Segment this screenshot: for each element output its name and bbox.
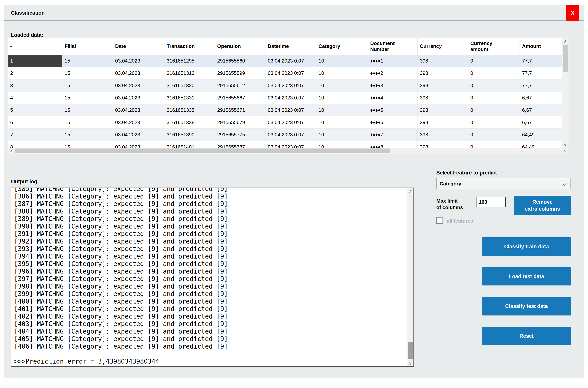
grid-cell[interactable]: 0 [468,67,520,79]
grid-cell[interactable]: 3161651331 [164,92,215,104]
column-header[interactable]: Amount [520,38,562,55]
grid-cell[interactable]: 0 [468,116,520,129]
load-test-data-button[interactable]: Load test data [482,267,571,286]
grid-cell[interactable]: 2915655679 [215,116,266,129]
grid-cell[interactable]: 03.04.2023 0:07 [266,129,316,141]
table-row[interactable]: 81503.04.20233161651401291565578703.04.2… [8,141,562,148]
grid-cell[interactable]: 03.04.2023 0:07 [266,67,316,79]
column-header[interactable]: Datetime [266,38,316,55]
column-header[interactable]: Category [316,38,368,55]
grid-cell[interactable]: 398 [417,55,468,67]
grid-cell[interactable]: ♦♦♦♦6 [368,116,417,129]
grid-cell[interactable]: 0 [468,129,520,141]
row-header-cell[interactable]: 2 [8,67,62,79]
grid-cell[interactable]: 77,7 [520,55,562,67]
grid-cell[interactable]: 15 [62,55,113,67]
grid-cell[interactable]: 2915655671 [215,104,266,116]
grid-cell[interactable]: 0 [468,79,520,92]
grid-cell[interactable]: 2915655775 [215,129,266,141]
grid-vertical-scrollbar[interactable]: ∧ ∨ [562,38,568,148]
table-row[interactable]: 21503.04.20233161651313291565559903.04.2… [8,67,562,79]
row-header-cell[interactable]: 5 [8,104,62,116]
grid-cell[interactable]: 6,67 [520,92,562,104]
grid-cell[interactable]: 10 [316,92,368,104]
grid-cell[interactable]: ♦♦♦♦3 [368,79,417,92]
grid-cell[interactable]: 03.04.2023 [113,67,164,79]
column-header[interactable]: Document Number [368,38,417,55]
grid-cell[interactable]: 10 [316,116,368,129]
grid-cell[interactable]: 03.04.2023 [113,141,164,148]
grid-cell[interactable]: 10 [316,67,368,79]
column-header[interactable]: Currency [417,38,468,55]
grid-cell[interactable]: 0 [468,104,520,116]
grid-cell[interactable]: 03.04.2023 0:07 [266,104,316,116]
output-log-box[interactable]: [385] MATCHNG [Category]: expected [9] a… [11,188,414,367]
feature-select-dropdown[interactable]: Category [436,178,571,189]
grid-cell[interactable]: 77,7 [520,79,562,92]
grid-scroll-right-icon[interactable]: > [562,148,568,154]
grid-cell[interactable]: 2915655612 [215,79,266,92]
grid-cell[interactable]: 03.04.2023 [113,116,164,129]
close-button[interactable]: X [566,5,579,21]
grid-cell[interactable]: 03.04.2023 0:07 [266,116,316,129]
grid-cell[interactable]: 398 [417,116,468,129]
reset-button[interactable]: Reset [482,327,571,345]
grid-cell[interactable]: ♦♦♦♦7 [368,129,417,141]
grid-cell[interactable]: 2915655560 [215,55,266,67]
row-header-cell[interactable]: 3 [8,79,62,92]
grid-cell[interactable]: 15 [62,104,113,116]
grid-cell[interactable]: 03.04.2023 [113,129,164,141]
grid-cell[interactable]: 3161651295 [164,55,215,67]
grid-cell[interactable]: 3161651390 [164,129,215,141]
grid-cell[interactable]: 03.04.2023 0:07 [266,55,316,67]
grid-cell[interactable]: 03.04.2023 0:07 [266,79,316,92]
grid-cell[interactable]: 15 [62,79,113,92]
grid-cell[interactable]: 3161651338 [164,116,215,129]
row-header-cell[interactable]: 8 [8,141,62,148]
grid-cell[interactable]: 0 [468,141,520,148]
grid-cell[interactable]: 10 [316,79,368,92]
grid-cell[interactable]: 398 [417,92,468,104]
grid-cell[interactable]: 03.04.2023 0:07 [266,141,316,148]
grid-cell[interactable]: 64,49 [520,141,562,148]
grid-cell[interactable]: 398 [417,141,468,148]
table-row[interactable]: 61503.04.20233161651338291565567903.04.2… [8,116,562,129]
row-header-cell[interactable]: 4 [8,92,62,104]
grid-cell[interactable]: 15 [62,116,113,129]
all-features-checkbox[interactable] [436,217,443,224]
grid-cell[interactable]: 3161651401 [164,141,215,148]
grid-cell[interactable]: 10 [316,104,368,116]
grid-vscroll-thumb[interactable] [563,45,568,72]
grid-cell[interactable]: ♦♦♦♦4 [368,92,417,104]
grid-corner-cell[interactable]: ♦ [8,38,62,55]
grid-cell[interactable]: 6,67 [520,104,562,116]
grid-cell[interactable]: 03.04.2023 0:07 [266,92,316,104]
grid-cell[interactable]: 10 [316,141,368,148]
table-row[interactable]: 41503.04.20233161651331291565566703.04.2… [8,92,562,104]
grid-scroll-down-icon[interactable]: ∨ [562,142,568,148]
row-header-cell[interactable]: 1 [8,55,62,67]
grid-cell[interactable]: 398 [417,79,468,92]
classify-train-data-button[interactable]: Classify train data [482,237,571,256]
grid-cell[interactable]: 0 [468,92,520,104]
table-row[interactable]: 71503.04.20233161651390291565577503.04.2… [8,129,562,141]
grid-cell[interactable]: 03.04.2023 [113,79,164,92]
max-limit-input[interactable] [476,197,506,207]
grid-cell[interactable]: 64,49 [520,129,562,141]
log-scroll-down-icon[interactable]: ∨ [407,360,413,366]
grid-cell[interactable]: ♦♦♦♦5 [368,104,417,116]
grid-cell[interactable]: 03.04.2023 [113,92,164,104]
log-scroll-up-icon[interactable]: ∧ [407,188,413,194]
table-row[interactable]: 51503.04.20233161651335291565567103.04.2… [8,104,562,116]
grid-cell[interactable]: 10 [316,129,368,141]
grid-horizontal-scrollbar[interactable]: < > [8,148,568,154]
grid-cell[interactable]: 398 [417,129,468,141]
column-header[interactable]: Currency amount [468,38,520,55]
grid-cell[interactable]: 2915655599 [215,67,266,79]
row-header-cell[interactable]: 7 [8,129,62,141]
log-vscroll-thumb[interactable] [408,342,413,359]
remove-extra-columns-button[interactable]: Remove extra columns [514,196,571,215]
grid-scroll-up-icon[interactable]: ∧ [562,38,568,44]
column-header[interactable]: Operation [215,38,266,55]
column-header[interactable]: Filial [62,38,113,55]
